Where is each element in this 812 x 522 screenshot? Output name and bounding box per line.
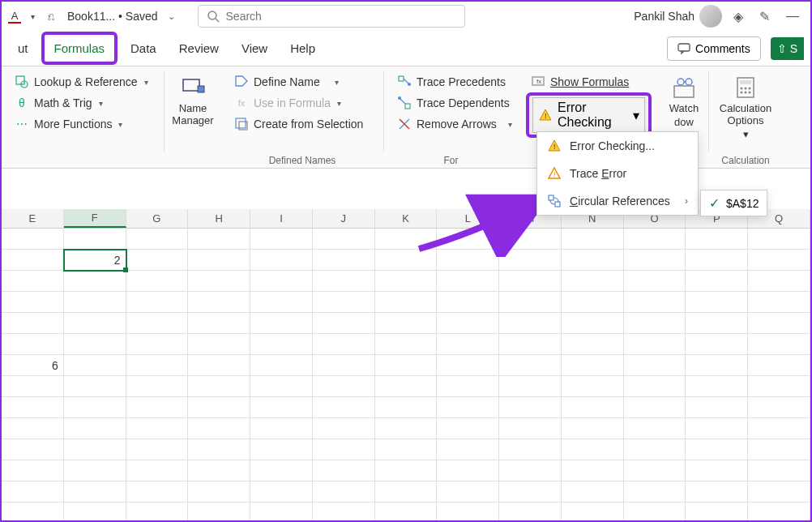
diamond-icon[interactable]: ◈ (729, 9, 748, 24)
cell[interactable] (375, 250, 438, 271)
cell[interactable] (562, 250, 624, 271)
cell[interactable] (562, 313, 624, 334)
cell[interactable] (748, 503, 810, 520)
tab-data[interactable]: Data (121, 35, 166, 62)
tab-formulas[interactable]: Formulas (41, 32, 118, 65)
cell[interactable] (499, 292, 562, 313)
cell[interactable] (250, 397, 313, 418)
cell[interactable] (126, 418, 189, 439)
column-header[interactable]: F (64, 209, 126, 228)
cell[interactable] (313, 439, 375, 460)
cell[interactable] (437, 271, 499, 292)
cell[interactable] (250, 313, 313, 334)
cell[interactable] (188, 439, 250, 460)
cell[interactable] (250, 229, 313, 250)
cell[interactable] (748, 292, 810, 313)
cell[interactable] (64, 355, 126, 376)
cell[interactable] (624, 397, 686, 418)
cell[interactable] (188, 229, 250, 250)
cell[interactable] (126, 460, 189, 481)
cell[interactable] (2, 418, 64, 439)
cell[interactable] (126, 376, 189, 397)
cell[interactable] (437, 503, 499, 520)
cell[interactable] (499, 229, 562, 250)
search-input[interactable]: Search (198, 5, 465, 28)
cell[interactable] (562, 439, 624, 460)
cell[interactable] (562, 418, 624, 439)
column-header[interactable]: K (375, 209, 438, 228)
cell[interactable] (686, 503, 748, 520)
cell[interactable] (2, 250, 64, 271)
cell[interactable] (188, 418, 250, 439)
cell[interactable] (748, 439, 810, 460)
cell[interactable] (188, 271, 250, 292)
cell[interactable] (375, 313, 438, 334)
cell[interactable] (624, 418, 686, 439)
column-header[interactable]: E (2, 209, 64, 228)
cell[interactable] (375, 503, 438, 520)
cell[interactable] (313, 334, 375, 355)
cell[interactable] (499, 418, 562, 439)
cell[interactable] (624, 271, 686, 292)
cell[interactable]: 2 (64, 250, 126, 271)
cell[interactable] (126, 439, 189, 460)
cell[interactable] (375, 376, 438, 397)
cell[interactable] (250, 460, 313, 481)
cell[interactable] (562, 376, 624, 397)
cell[interactable] (64, 481, 126, 503)
cell[interactable] (188, 334, 250, 355)
cell[interactable] (313, 355, 375, 376)
cell[interactable] (437, 292, 499, 313)
cell[interactable] (499, 439, 562, 460)
cell[interactable] (437, 229, 499, 250)
cell[interactable] (126, 229, 189, 250)
cell[interactable] (499, 271, 562, 292)
cell[interactable] (64, 418, 126, 439)
minimize-icon[interactable]: — (781, 9, 804, 24)
cell[interactable] (250, 418, 313, 439)
circular-reference-submenu[interactable]: ✓ $A$12 (700, 190, 767, 216)
menu-error-checking[interactable]: ! Error Checking... (537, 132, 698, 160)
comments-button[interactable]: Comments (667, 36, 761, 61)
cell[interactable]: 6 (2, 355, 64, 376)
cell[interactable] (748, 313, 810, 334)
cell[interactable] (748, 271, 810, 292)
tab-view[interactable]: View (232, 35, 277, 62)
cell[interactable] (126, 481, 189, 503)
cell[interactable] (126, 271, 189, 292)
cell[interactable] (624, 334, 686, 355)
cell[interactable] (686, 397, 748, 418)
cell[interactable] (748, 229, 810, 250)
cell[interactable] (188, 376, 250, 397)
cell[interactable] (126, 355, 189, 376)
cell[interactable] (64, 439, 126, 460)
cell[interactable] (562, 271, 624, 292)
cell[interactable] (126, 397, 189, 418)
cell[interactable] (313, 418, 375, 439)
cell[interactable] (64, 460, 126, 481)
cell[interactable] (64, 503, 126, 520)
cell[interactable] (562, 460, 624, 481)
trace-precedents-button[interactable]: Trace Precedents (392, 71, 510, 92)
cell[interactable] (2, 271, 64, 292)
cell[interactable] (437, 481, 499, 503)
cell[interactable] (313, 376, 375, 397)
cell[interactable] (437, 250, 499, 271)
pen-icon[interactable]: ✎ (754, 9, 775, 24)
share-button[interactable]: ⇧ S (771, 37, 804, 60)
cell[interactable] (188, 481, 250, 503)
lookup-reference-button[interactable]: Lookup & Reference ▾ (10, 71, 156, 92)
cell[interactable] (2, 313, 64, 334)
cell[interactable] (126, 292, 189, 313)
tab-help[interactable]: Help (280, 35, 325, 62)
cell[interactable] (686, 439, 748, 460)
font-color-indicator[interactable]: A (8, 9, 21, 24)
cell[interactable] (686, 418, 748, 439)
cell[interactable] (64, 334, 126, 355)
cell[interactable] (686, 250, 748, 271)
cell[interactable] (624, 439, 686, 460)
cell[interactable] (499, 481, 562, 503)
cell[interactable] (437, 334, 499, 355)
cell[interactable] (375, 271, 438, 292)
cell[interactable] (64, 271, 126, 292)
